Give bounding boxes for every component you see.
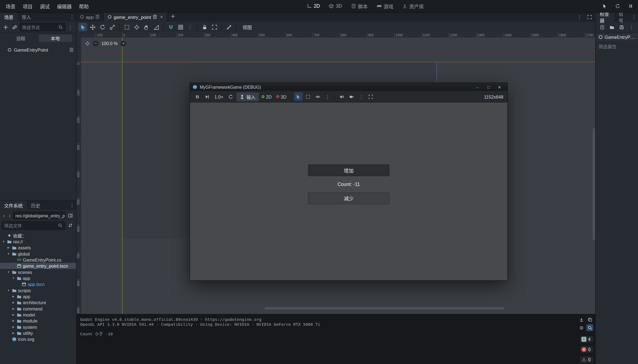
tree-toggle-icon[interactable]: ▶ <box>11 313 16 316</box>
region-select-button[interactable] <box>304 92 312 101</box>
current-path-field[interactable]: res://global/game_entry_p <box>13 212 65 219</box>
attached-script-icon[interactable] <box>69 48 73 52</box>
load-resource-icon[interactable] <box>608 23 616 31</box>
scene-tab-game-entry-point[interactable]: game_entry_point ✕ <box>104 12 167 22</box>
visibility-button[interactable] <box>314 92 322 101</box>
view-menu-button[interactable]: 视图 <box>239 23 255 31</box>
workspace-assetlib[interactable]: 资产库 <box>399 1 428 11</box>
next-frame-button[interactable] <box>203 92 211 101</box>
tree-toggle-icon[interactable]: ▶ <box>11 301 16 304</box>
scene-tab-app[interactable]: app <box>76 12 104 22</box>
increase-button[interactable]: 增加 <box>308 164 389 176</box>
tree-item[interactable]: ▼res:// <box>0 238 76 244</box>
pivot-tool-button[interactable] <box>132 23 141 31</box>
smart-snap-button[interactable] <box>166 23 175 31</box>
tree-item[interactable]: ▶model <box>0 312 76 318</box>
scene-toolbar-menu-icon[interactable]: ⋮ <box>66 25 75 29</box>
pause-icon[interactable] <box>626 2 635 10</box>
reset-speed-icon[interactable] <box>226 92 235 101</box>
add-node-button[interactable] <box>2 23 10 31</box>
tree-item[interactable]: ▼app <box>0 275 76 281</box>
embed-fullscreen-button[interactable] <box>367 92 375 101</box>
mode-3d-button[interactable]: 3D <box>274 93 288 100</box>
lock-node-button[interactable] <box>200 23 209 31</box>
tree-item[interactable]: ▶app <box>0 293 76 299</box>
zoom-level[interactable]: 100.0 % <box>101 41 118 46</box>
tree-item[interactable]: ▶architecture <box>0 299 76 305</box>
horizontal-scrollbar[interactable] <box>264 307 504 310</box>
list-select-button[interactable] <box>122 23 131 31</box>
close-tab-icon[interactable]: ✕ <box>160 15 163 19</box>
scroll-to-end-button[interactable] <box>578 316 585 323</box>
save-resource-icon[interactable] <box>618 23 625 31</box>
menu-debug[interactable]: 调试 <box>37 1 53 11</box>
inspector-menu-icon[interactable]: ⋮ <box>630 12 638 22</box>
remote-button[interactable]: 远程 <box>4 35 38 42</box>
copy-log-button[interactable] <box>586 316 593 323</box>
move-tool-button[interactable] <box>88 23 97 31</box>
tree-item[interactable]: ▶utility <box>0 330 76 336</box>
scene-dock-menu-icon[interactable]: ⋮ <box>68 12 76 22</box>
menu-help[interactable]: 帮助 <box>76 1 92 11</box>
nav-back-icon[interactable]: ‹ <box>2 212 6 218</box>
tree-toggle-icon[interactable]: ▶ <box>11 325 16 329</box>
tree-toggle-icon[interactable]: ▶ <box>11 319 16 322</box>
tree-item[interactable]: C#GameEntryPoint.cs <box>0 257 76 263</box>
sort-files-icon[interactable] <box>66 221 75 229</box>
tab-import[interactable]: 导入 <box>17 12 35 22</box>
input-mode-toggle[interactable]: 输入 <box>236 92 259 101</box>
menu-editor[interactable]: 编辑器 <box>54 1 75 11</box>
mode-2d-button[interactable]: 2D <box>260 93 273 100</box>
tree-item[interactable]: ▶assets <box>0 244 76 250</box>
instance-scene-button[interactable] <box>11 23 19 31</box>
tree-toggle-icon[interactable]: ▶ <box>11 331 16 335</box>
tree-toggle-icon[interactable]: ▼ <box>7 271 11 273</box>
new-scene-tab-button[interactable] <box>169 12 177 20</box>
tree-toggle-icon[interactable]: ▶ <box>11 295 16 298</box>
filesystem-menu-icon[interactable]: ⋮ <box>68 200 76 210</box>
maximize-button[interactable]: □ <box>483 83 494 91</box>
tree-toggle-icon[interactable]: ▶ <box>7 246 11 249</box>
split-view-icon[interactable] <box>66 211 75 220</box>
edited-object-row[interactable]: GameEntryPoint <box>596 33 638 41</box>
grid-snap-button[interactable] <box>176 23 185 31</box>
tree-item[interactable]: ▼scenes <box>0 269 76 275</box>
inspector-tools-icon[interactable]: ⋮ <box>627 25 636 29</box>
message-count-badge[interactable]: ! 4 <box>580 336 593 343</box>
warning-count-badge[interactable]: ⚠ 0 <box>580 356 593 363</box>
decrease-button[interactable]: 减少 <box>308 193 389 204</box>
error-count-badge[interactable]: ✕ 0 <box>580 346 593 353</box>
tree-item[interactable]: app.tscn <box>0 281 76 287</box>
tree-toggle-icon[interactable]: ▼ <box>2 240 6 243</box>
zoom-in-button[interactable]: + <box>121 41 126 46</box>
tree-toggle-icon[interactable]: ▼ <box>7 252 11 255</box>
filter-files-input[interactable]: 筛选文件 <box>2 221 65 230</box>
workspace-script[interactable]: 脚本 <box>347 1 371 11</box>
workspace-3d[interactable]: 3D <box>325 2 346 10</box>
filter-properties-input[interactable]: 筛选属性 <box>596 41 638 52</box>
menu-scene[interactable]: 场景 <box>2 1 19 11</box>
tree-item[interactable]: ▶system <box>0 324 76 330</box>
select-options-icon[interactable]: ⋮ <box>323 94 332 99</box>
tab-signals[interactable]: 信号 <box>615 12 630 22</box>
workspace-game[interactable]: 游戏 <box>373 1 397 11</box>
pan-tool-button[interactable] <box>142 23 150 31</box>
select-tool-button[interactable] <box>79 23 87 31</box>
snap-options-icon[interactable]: ⋮ <box>186 25 194 29</box>
game-window-titlebar[interactable]: MyGFrameworkGame (DEBUG) – □ ✕ <box>190 83 507 91</box>
tab-list-menu-icon[interactable]: ⋮ <box>575 14 584 19</box>
tab-filesystem[interactable]: 文件系统 <box>0 200 27 210</box>
tree-item[interactable]: icon.svg <box>0 336 76 342</box>
tab-scene[interactable]: 场景 <box>0 12 17 22</box>
search-log-button[interactable] <box>586 324 593 331</box>
tab-inspector[interactable]: 检查器 <box>596 12 615 22</box>
audio-mute-button[interactable] <box>338 92 346 101</box>
camera-override-button[interactable] <box>347 92 356 101</box>
local-button[interactable]: 本地 <box>39 35 72 42</box>
collapse-log-button[interactable] <box>578 324 585 331</box>
zoom-out-button[interactable]: − <box>93 41 99 46</box>
time-scale-label[interactable]: 1.0× <box>212 94 225 99</box>
minimize-button[interactable]: – <box>472 83 483 91</box>
camera-options-icon[interactable]: ⋮ <box>357 94 365 99</box>
tree-toggle-icon[interactable]: ▼ <box>11 277 16 279</box>
